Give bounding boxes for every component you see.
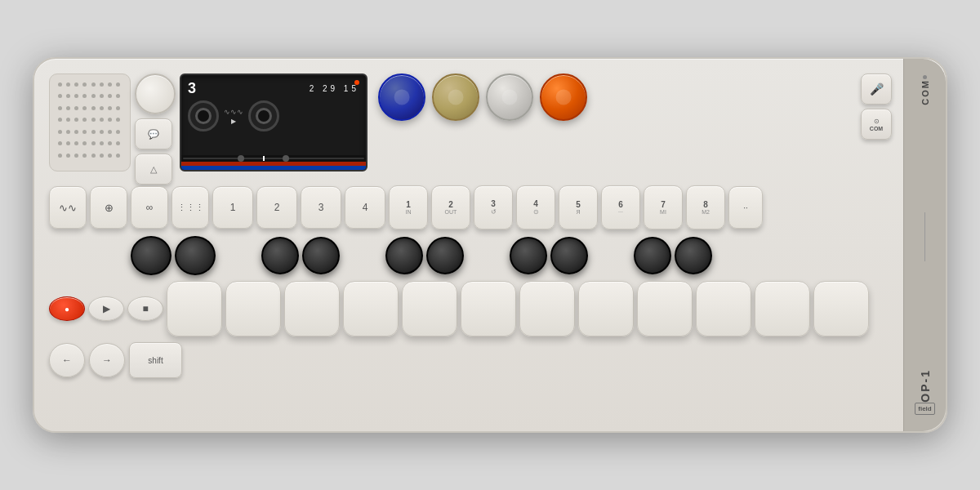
transport-right: ■ [127,296,163,321]
pin-microphone-button[interactable]: 🎤 [861,74,892,105]
pad-7[interactable] [510,237,547,274]
encoder-knob-gray[interactable] [486,74,533,121]
btn-input[interactable]: ⊕ [90,186,127,229]
btn-track-7-mi[interactable]: 7 MI [644,185,683,229]
key-11[interactable] [755,281,810,336]
btn-track-4[interactable]: 4 ⊙ [516,185,555,229]
play-button[interactable]: ▶ [88,296,124,321]
bottom-controls-row: ← → shift [49,341,892,379]
com-label: COM [920,79,930,105]
btn-track-1-in[interactable]: 1 IN [389,185,428,229]
btn-mixer[interactable]: ⋮⋮⋮ [172,186,209,229]
left-top-column: 💬 △ [135,74,176,185]
arrow-right-button[interactable]: → [89,343,125,377]
btn-track-5[interactable]: 5 Я [559,185,598,229]
pad-4[interactable] [302,237,340,274]
key-5[interactable] [402,281,457,336]
pad-8[interactable] [550,237,588,274]
btn-track-8-m2[interactable]: 8 M2 [686,185,725,229]
key-2[interactable] [225,281,281,336]
record-indicator [354,80,359,85]
btn-tape[interactable]: ∞ [131,186,168,229]
key-12[interactable] [813,281,869,336]
pad-5[interactable] [385,237,423,274]
encoders-row [378,74,853,121]
time-display: 2 29 15 [310,84,359,93]
encoder-knob-tan[interactable] [432,74,479,121]
record-button[interactable]: ● [49,296,85,321]
btn-dots[interactable]: ·· [728,186,763,229]
pads-row [49,235,892,276]
btn-track-6[interactable]: 6 ··· [601,185,640,229]
speaker-grille [49,74,131,172]
btn-num-4[interactable]: 4 [345,186,385,229]
tape-reel-left [188,100,219,131]
waveform-display [181,155,366,170]
top-row: 💬 △ 3 2 29 15 ∿∿∿ ▶ [49,74,892,180]
arrow-left-button[interactable]: ← [49,343,85,377]
top-right-buttons: 🎤 ⊙ COM [861,74,892,140]
tape-reel-right [248,100,279,131]
waveform-icon: ∿∿∿ [224,108,243,116]
btn-track-2-out[interactable]: 2 OUT [431,185,470,229]
pad-1[interactable] [131,236,172,275]
main-content: 💬 △ 3 2 29 15 ∿∿∿ ▶ [49,74,892,416]
encoder-2 [432,74,479,121]
btn-triangle[interactable]: △ [135,154,172,185]
transport-mid: ▶ [88,296,124,321]
btn-synth[interactable]: ∿∿ [49,186,87,229]
key-3[interactable] [284,281,340,336]
key-1[interactable] [167,281,222,336]
com-button[interactable]: ⊙ COM [861,109,892,140]
pad-3[interactable] [261,237,299,274]
key-10[interactable] [696,281,751,336]
btn-num-2[interactable]: 2 [256,186,297,229]
field-badge: field [915,403,934,415]
pad-6[interactable] [426,237,464,274]
stop-button[interactable]: ■ [127,296,163,321]
pad-2[interactable] [175,236,216,275]
encoder-knob-orange[interactable] [540,74,587,121]
encoder-knob-blue[interactable] [378,74,425,121]
pad-10[interactable] [675,237,712,274]
display-screen: 3 2 29 15 ∿∿∿ ▶ [180,74,368,172]
btn-track-3[interactable]: 3 ↺ [474,185,513,229]
btn-num-1[interactable]: 1 [212,186,253,229]
shift-button[interactable]: shift [129,342,182,378]
btn-speech[interactable]: 💬 [135,118,172,149]
op1-field-device: COM OP-1 field 💬 [33,57,947,433]
key-8[interactable] [578,281,634,336]
pad-9[interactable] [634,237,671,274]
key-7[interactable] [519,281,575,336]
encoder-1 [378,74,425,121]
screen-top-row: 3 2 29 15 [188,80,359,97]
key-4[interactable] [343,281,399,336]
op1-vertical-label: OP-1 [919,369,932,403]
key-6[interactable] [461,281,516,336]
track-number: 3 [188,80,196,97]
encoder-4 [540,74,587,121]
play-symbol: ▶ [231,118,236,125]
btn-num-3[interactable]: 3 [301,186,341,229]
encoder-3 [486,74,533,121]
keys-row: ● ▶ ■ [49,280,892,337]
right-panel: COM OP-1 field [903,59,946,431]
main-knob[interactable] [135,74,176,114]
function-buttons-row: ∿∿ ⊕ ∞ ⋮⋮⋮ 1 2 3 4 1 IN 2 OUT [49,184,892,231]
transport-left: ● [49,296,85,321]
key-9[interactable] [637,281,693,336]
